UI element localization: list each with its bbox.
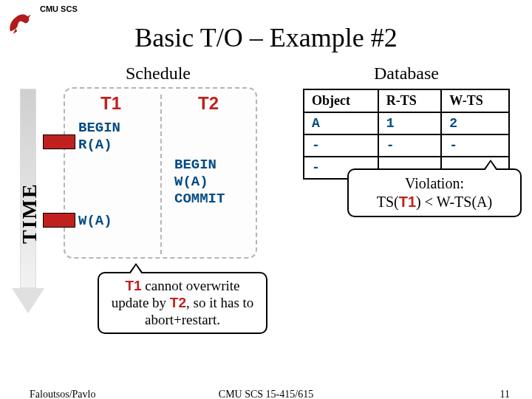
violation-callout: Violation: TS(T1) < W-TS(A)	[347, 168, 522, 217]
table-row: - - -	[304, 134, 509, 157]
org-label: CMU SCS	[40, 4, 78, 13]
cell-obj: A	[304, 112, 378, 134]
t1-ref: T1	[399, 194, 416, 210]
cell-wts: -	[441, 134, 509, 157]
t2-header: T2	[198, 93, 219, 114]
col-rts: R-TS	[378, 89, 442, 112]
table-row: A 1 2	[304, 112, 509, 134]
marker-1	[43, 134, 75, 149]
cell-obj: -	[304, 134, 378, 157]
col-wts: W-TS	[441, 89, 509, 112]
t1-ops-write: W(A)	[78, 213, 112, 230]
footer-page: 11	[500, 389, 510, 399]
marker-2	[43, 213, 75, 228]
database-table: Object R-TS W-TS A 1 2 - - - -	[303, 89, 510, 180]
t2-ref: T2	[170, 295, 186, 310]
cell-rts: -	[378, 134, 442, 157]
table-header-row: Object R-TS W-TS	[304, 89, 509, 112]
page-title: Basic T/O – Example #2	[0, 22, 532, 53]
cell-rts: 1	[378, 112, 442, 134]
database-heading: Database	[374, 64, 439, 83]
violation-label: Violation:	[405, 175, 464, 191]
abort-callout: T1 cannot overwrite update by T2, so it …	[98, 272, 267, 334]
t1-ref: T1	[125, 278, 141, 293]
t1-header: T1	[100, 93, 121, 114]
schedule-box: T1 T2 BEGIN R(A) BEGIN W(A) COMMIT W(A)	[64, 87, 257, 259]
col-object: Object	[304, 89, 378, 112]
schedule-heading: Schedule	[126, 64, 191, 83]
time-label: TIME	[18, 183, 41, 244]
footer-course: CMU SCS 15-415/615	[0, 389, 532, 399]
t1-ops-begin: BEGIN R(A)	[78, 120, 120, 154]
t2-ops: BEGIN W(A) COMMIT	[174, 157, 225, 207]
cell-wts: 2	[441, 112, 509, 134]
